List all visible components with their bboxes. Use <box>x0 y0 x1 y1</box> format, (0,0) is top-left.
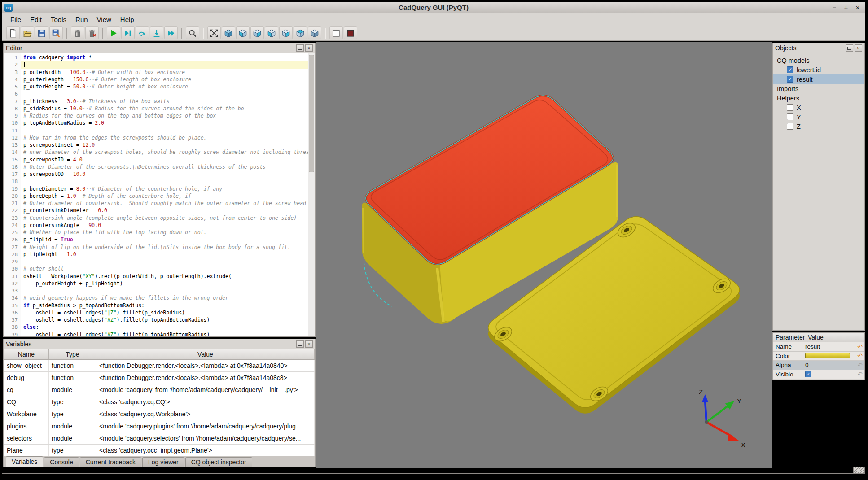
toolbar-view-left-button[interactable] <box>265 26 278 39</box>
color-swatch[interactable] <box>805 353 850 358</box>
table-row[interactable]: show_objectfunction<function Debugger.re… <box>4 360 315 372</box>
tab-variables[interactable]: Variables <box>6 456 43 467</box>
table-row[interactable]: pluginsmodule<module 'cadquery.plugins' … <box>4 420 315 432</box>
table-row[interactable]: cqmodule<module 'cadquery' from '/home/a… <box>4 384 315 396</box>
visibility-checkbox[interactable] <box>787 123 793 130</box>
toolbar-save-button[interactable] <box>35 26 48 39</box>
menu-help[interactable]: Help <box>116 14 139 25</box>
tree-item-helpers[interactable]: Helpers <box>773 93 864 103</box>
editor-scrollbar[interactable] <box>308 53 315 336</box>
toolbar-shaded-button[interactable] <box>344 26 357 39</box>
code-line-8[interactable]: p_sideRadius = 10.0··# Radius for the cu… <box>21 105 308 112</box>
toolbar-step-into-button[interactable] <box>150 26 163 39</box>
tree-item-imports[interactable]: Imports <box>773 84 864 93</box>
visibility-checkbox[interactable] <box>787 66 793 73</box>
minimize-button[interactable]: − <box>831 3 838 13</box>
toolbar-fit-all-button[interactable] <box>207 26 221 39</box>
code-line-20[interactable]: p_boreDepth = 1.0··# Depth of the counte… <box>21 192 308 200</box>
menu-view[interactable]: View <box>92 14 116 25</box>
tree-item-y[interactable]: Y <box>773 112 864 122</box>
code-line-33[interactable] <box>21 287 308 294</box>
editor-scrollbar-thumb[interactable] <box>309 55 314 172</box>
maximize-button[interactable]: + <box>842 3 850 13</box>
parameter-row-visible[interactable]: Visible↶ <box>773 370 864 380</box>
parameter-value[interactable]: result <box>805 343 855 350</box>
code-line-30[interactable]: # outer shell <box>21 265 308 272</box>
code-line-27[interactable]: # Height of lip on the underside of the … <box>21 244 308 251</box>
tab-cq-object-inspector[interactable]: CQ object inspector <box>185 457 252 467</box>
toolbar-step-over-button[interactable] <box>136 26 149 39</box>
table-row[interactable]: debugfunction<function Debugger.render.<… <box>4 372 315 384</box>
code-line-26[interactable]: p_flipLid = True <box>21 236 308 243</box>
code-line-7[interactable]: p_thickness = 3.0··# Thickness of the bo… <box>21 98 308 105</box>
parameter-row-name[interactable]: Nameresult↶ <box>773 342 864 352</box>
code-line-24[interactable]: p_countersinkAngle = 90.0 <box>21 222 308 229</box>
code-line-5[interactable]: p_outerHeight = 50.0··# Outer height of … <box>21 83 308 90</box>
variables-close-button[interactable]: × <box>305 340 313 348</box>
table-row[interactable]: Workplanetype<class 'cadquery.cq.Workpla… <box>4 408 315 420</box>
toolbar-view-bottom-button[interactable] <box>308 26 321 39</box>
toolbar-wireframe-button[interactable] <box>329 26 343 39</box>
code-line-9[interactable]: # Radius for the curves on the top and b… <box>21 112 308 119</box>
code-line-18[interactable] <box>21 178 308 185</box>
toolbar-view-front-button[interactable] <box>236 26 250 39</box>
close-button[interactable]: × <box>854 3 861 13</box>
code-line-22[interactable]: p_countersinkDiameter = 0.0 <box>21 207 308 214</box>
code-line-2[interactable] <box>21 61 308 68</box>
parameter-value[interactable] <box>805 371 855 377</box>
code-line-28[interactable]: p_lipHeight = 1.0 <box>21 251 308 258</box>
code-area[interactable]: from cadquery import *p_outerWidth = 100… <box>21 53 308 336</box>
toolbar-render-button[interactable] <box>107 26 120 39</box>
variables-column-name[interactable]: Name <box>4 349 49 359</box>
code-line-3[interactable]: p_outerWidth = 100.0··# Outer width of b… <box>21 69 308 76</box>
toolbar-debug-button[interactable] <box>121 26 135 39</box>
undo-icon[interactable]: ↶ <box>855 371 864 378</box>
code-line-17[interactable]: p_screwpostOD = 10.0 <box>21 170 308 178</box>
toolbar-view-back-button[interactable] <box>250 26 264 39</box>
toolbar-view-top-button[interactable] <box>294 26 307 39</box>
code-line-12[interactable]: # How far in from the edges the screwpos… <box>21 134 308 141</box>
visibility-checkbox[interactable] <box>787 113 793 120</box>
code-line-32[interactable]: p_outerHeight + p_lipHeight) <box>21 280 308 287</box>
code-line-4[interactable]: p_outerLength = 150.0··# Outer length of… <box>21 76 308 83</box>
menu-run[interactable]: Run <box>71 14 92 25</box>
code-line-14[interactable]: # nner Diameter of the screwpost holes, … <box>21 148 308 156</box>
tree-item-lowerlid[interactable]: lowerLid <box>773 65 864 74</box>
toolbar-zoom-button[interactable] <box>186 26 199 39</box>
toolbar-continue-button[interactable] <box>164 26 178 39</box>
code-line-38[interactable]: else: <box>21 323 308 331</box>
code-line-35[interactable]: if p_sideRadius > p_topAndBottomRadius: <box>21 302 308 309</box>
tab-log-viewer[interactable]: Log viewer <box>142 457 184 467</box>
toolbar-delete-object-button[interactable] <box>71 26 84 39</box>
tab-console[interactable]: Console <box>44 457 79 467</box>
parameter-row-color[interactable]: Color↶ <box>773 352 864 361</box>
viewport-3d[interactable]: Z Y X <box>316 42 772 468</box>
toolbar-save-as-button[interactable] <box>49 26 63 39</box>
toolbar-delete-all-button[interactable] <box>85 26 99 39</box>
tree-item-z[interactable]: Z <box>773 122 864 131</box>
table-row[interactable]: CQtype<class 'cadquery.cq.CQ'> <box>4 396 315 408</box>
code-line-39[interactable]: oshell = oshell.edges("#Z").fillet(p_top… <box>21 331 308 336</box>
visibility-checkbox[interactable] <box>787 104 793 111</box>
toolbar-open-folder-button[interactable] <box>21 26 34 39</box>
undo-icon[interactable]: ↶ <box>855 352 864 359</box>
editor-close-button[interactable]: × <box>305 44 313 52</box>
parameter-value[interactable] <box>805 353 855 358</box>
code-line-11[interactable] <box>21 127 308 134</box>
tree-item-cq-models[interactable]: CQ models <box>773 56 864 65</box>
code-line-19[interactable]: p_boreDiameter = 8.0··# Diameter of the … <box>21 185 308 192</box>
code-line-34[interactable]: # weird geometry happens if we make the … <box>21 294 308 301</box>
code-line-37[interactable]: oshell = oshell.edges("#Z").fillet(p_top… <box>21 316 308 323</box>
objects-close-button[interactable]: × <box>855 44 862 52</box>
objects-float-button[interactable] <box>846 44 853 52</box>
visibility-checkbox[interactable] <box>787 76 793 83</box>
code-line-16[interactable]: # Outer Diameter of the screwposts.\nDet… <box>21 163 308 170</box>
tree-item-x[interactable]: X <box>773 103 864 112</box>
variables-column-type[interactable]: Type <box>49 349 96 359</box>
code-line-10[interactable]: p_topAndBottomRadius = 2.0 <box>21 119 308 127</box>
code-editor[interactable]: 1234567891011121314151617181920212223242… <box>4 53 315 336</box>
menu-tools[interactable]: Tools <box>46 14 71 25</box>
toolbar-view-iso-button[interactable] <box>222 26 235 39</box>
undo-icon[interactable]: ↶ <box>855 343 864 350</box>
code-line-23[interactable]: # Countersink angle (complete angle betw… <box>21 214 308 222</box>
